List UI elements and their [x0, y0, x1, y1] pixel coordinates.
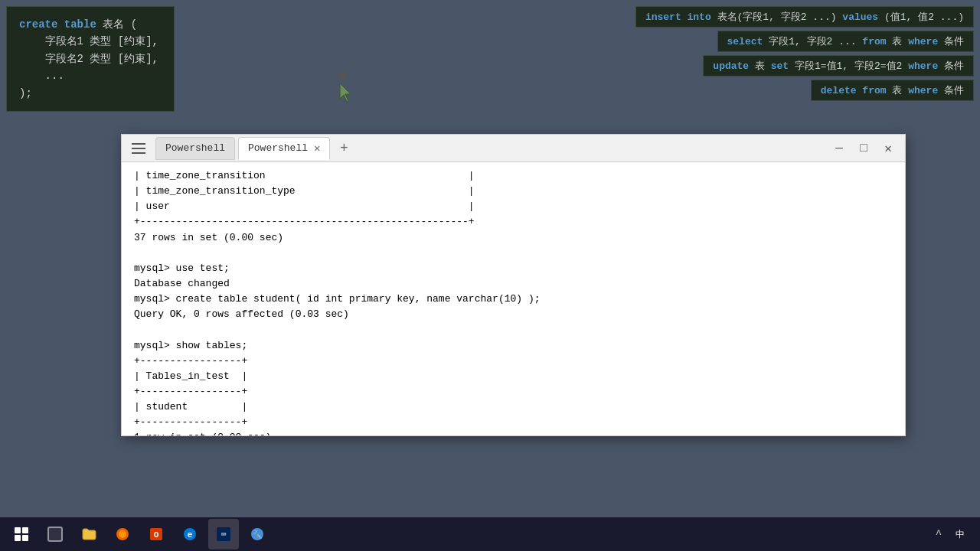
- term-line-16: | student |: [134, 399, 893, 415]
- term-line-5: 37 rows in set (0.00 sec): [134, 230, 893, 246]
- maximize-button[interactable]: □: [853, 138, 874, 159]
- tab1-label: Powershell: [165, 142, 225, 154]
- office-button[interactable]: O: [141, 519, 172, 549]
- term-line-4: +---------------------------------------…: [134, 214, 893, 230]
- taskbar: O e ⌨ 🔧 ^ 中: [0, 517, 980, 551]
- closing-paren: );: [19, 87, 32, 99]
- add-tab-icon: +: [340, 141, 348, 156]
- svg-rect-5: [48, 527, 62, 541]
- svg-rect-2: [22, 527, 28, 533]
- tray-chevron[interactable]: ^: [931, 527, 946, 542]
- term-line-2: | time_zone_transition_type |: [134, 184, 893, 199]
- svg-text:e: e: [188, 530, 193, 540]
- mouse-cursor: [337, 73, 355, 91]
- tab-close-button[interactable]: ✕: [314, 143, 320, 154]
- svg-marker-0: [340, 83, 351, 102]
- window-controls: — □ ✕: [828, 138, 899, 159]
- file-explorer-button[interactable]: [74, 519, 104, 549]
- terminal-window[interactable]: Powershell Powershell ✕ + — □ ✕ | time_z…: [121, 134, 906, 436]
- field1: 字段名1 类型 [约束],: [19, 35, 158, 47]
- tab2-label: Powershell: [248, 142, 308, 154]
- lang-text: 中: [956, 530, 965, 540]
- close-button[interactable]: ✕: [877, 138, 899, 159]
- svg-rect-3: [15, 535, 21, 541]
- create-table-syntax-box: create table 表名 ( 字段名1 类型 [约束], 字段名2 类型 …: [6, 6, 175, 112]
- create-keyword: create table: [19, 18, 96, 31]
- maximize-icon: □: [860, 142, 867, 155]
- delete-hint: delete from 表 where 条件: [811, 80, 974, 101]
- firefox-button[interactable]: [107, 519, 138, 549]
- term-line-12: mysql> show tables;: [134, 338, 893, 354]
- field2: 字段名2 类型 [约束],: [19, 53, 158, 65]
- term-line-3: | user |: [134, 199, 893, 214]
- svg-text:🔧: 🔧: [253, 530, 263, 540]
- insert-hint: insert into 表名(字段1, 字段2 ...) values (值1,…: [635, 6, 974, 28]
- svg-text:O: O: [154, 530, 159, 540]
- term-line-15: +-----------------+: [134, 384, 893, 399]
- term-line-10: Query OK, 0 rows affected (0.03 sec): [134, 307, 893, 322]
- minimize-button[interactable]: —: [828, 138, 850, 159]
- system-tray: ^: [931, 527, 946, 542]
- minimize-icon: —: [835, 142, 843, 155]
- language-badge[interactable]: 中: [952, 527, 968, 543]
- svg-rect-4: [22, 535, 28, 541]
- table-name: 表名 (: [96, 18, 137, 31]
- term-line-1: | time_zone_transition |: [134, 168, 893, 184]
- svg-point-7: [119, 530, 126, 538]
- update-hint: update 表 set 字段1=值1, 字段2=值2 where 条件: [703, 55, 974, 77]
- start-button[interactable]: [6, 519, 37, 549]
- close-icon: ✕: [884, 141, 892, 156]
- svg-text:⌨: ⌨: [221, 530, 227, 540]
- term-line-14: | Tables_in_test |: [134, 369, 893, 384]
- menu-button[interactable]: [128, 138, 149, 159]
- select-hint: select 字段1, 字段2 ... from 表 where 条件: [717, 31, 974, 52]
- extra-app-button[interactable]: 🔧: [242, 519, 273, 549]
- terminal-content[interactable]: | time_zone_transition | | time_zone_tra…: [122, 162, 905, 435]
- term-line-17: +-----------------+: [134, 415, 893, 430]
- sql-hints-panel: insert into 表名(字段1, 字段2 ...) values (值1,…: [635, 6, 974, 101]
- tab-powershell-1[interactable]: Powershell: [155, 137, 235, 160]
- term-line-9: mysql> create table student( id int prim…: [134, 292, 893, 307]
- term-line-8: Database changed: [134, 276, 893, 292]
- term-line-11: [134, 322, 893, 337]
- terminal-button[interactable]: ⌨: [208, 519, 239, 549]
- add-tab-button[interactable]: +: [333, 138, 354, 159]
- term-line-13: +-----------------+: [134, 354, 893, 369]
- term-line-18: 1 row in set (0.00 sec): [134, 430, 893, 435]
- term-line-7: mysql> use test;: [134, 261, 893, 276]
- tab-powershell-2[interactable]: Powershell ✕: [238, 137, 330, 160]
- taskbar-right: ^ 中: [931, 527, 974, 543]
- edge-button[interactable]: e: [175, 519, 205, 549]
- term-line-6: [134, 246, 893, 261]
- title-bar: Powershell Powershell ✕ + — □ ✕: [122, 135, 905, 162]
- field-ellipsis: ...: [19, 70, 64, 82]
- search-button[interactable]: [40, 519, 70, 549]
- svg-rect-1: [15, 527, 21, 533]
